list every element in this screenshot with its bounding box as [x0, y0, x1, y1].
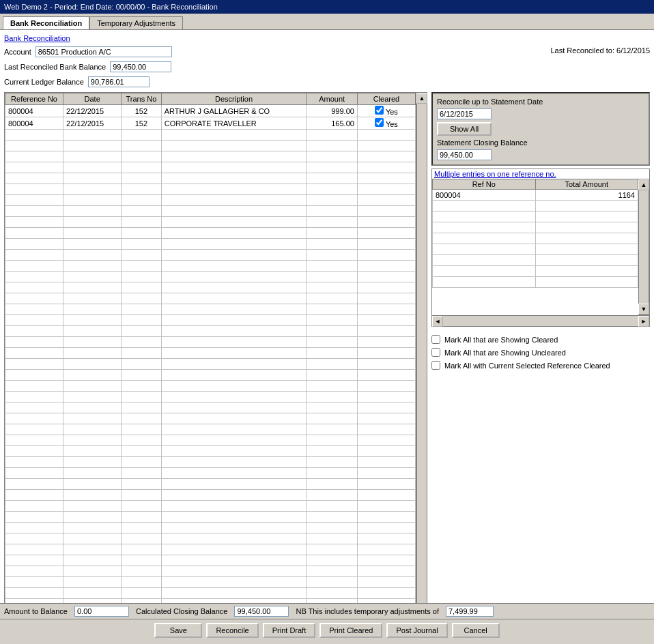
main-grid: Reference No Date Trans No Description A… [5, 93, 416, 621]
table-row-empty [5, 337, 416, 348]
grid-scrollbar[interactable]: ▲ ▼ [416, 92, 427, 621]
post-journal-button[interactable]: Post Journal [386, 623, 447, 638]
account-input[interactable] [35, 46, 172, 57]
checkbox-row-2: Mark All that are Showing Uncleared [431, 348, 650, 357]
table-row-empty [5, 272, 416, 282]
current-ledger-input[interactable] [88, 76, 150, 87]
top-left-info: Account Last Reconciled Bank Balance Cur… [4, 46, 172, 89]
multi-ref-title: Multiple entries on one reference no. [432, 169, 649, 179]
table-row-empty [5, 446, 416, 457]
amount-to-balance-label: Amount to Balance [4, 607, 68, 615]
mark-all-ref-cleared-label: Mark All with Current Selected Reference… [444, 362, 610, 370]
list-item-empty [433, 244, 638, 255]
top-info: Account Last Reconciled Bank Balance Cur… [4, 46, 650, 89]
table-row-empty [5, 228, 416, 239]
cell-cleared: Yes [357, 117, 415, 130]
table-row-empty [5, 151, 416, 162]
ref-cell-refno: 800004 [433, 190, 536, 201]
table-row-empty [5, 523, 416, 533]
breadcrumb[interactable]: Bank Reconciliation [4, 34, 650, 42]
last-reconciled-to-label: Last Reconciled to: [550, 46, 614, 55]
amount-to-balance-input [74, 606, 129, 617]
table-row-empty [5, 468, 416, 479]
col-description: Description [161, 93, 307, 105]
grid-scroll: Reference No Date Trans No Description A… [4, 92, 416, 621]
cell-date: 22/12/2015 [63, 117, 122, 130]
list-item: 800004 1164 [433, 190, 638, 201]
list-item-empty [433, 233, 638, 244]
col-trans-no: Trans No [122, 93, 162, 105]
table-row-empty [5, 206, 416, 217]
ref-scroll-left[interactable]: ◄ [432, 316, 443, 327]
col-cleared: Cleared [357, 93, 415, 105]
table-row-empty [5, 512, 416, 523]
closing-balance-input[interactable] [437, 149, 492, 160]
last-reconciled-row: Last Reconciled Bank Balance [4, 61, 172, 72]
right-panel: Reconcile up to Statement Date Show All … [431, 92, 650, 570]
save-button[interactable]: Save [154, 623, 202, 638]
button-row: Save Reconcile Print Draft Print Cleared… [0, 619, 654, 641]
last-reconciled-to-value: 6/12/2015 [616, 46, 650, 55]
cleared-label: Yes [386, 120, 398, 128]
table-row-empty [5, 195, 416, 206]
ref-scroll-down[interactable]: ▼ [638, 304, 649, 314]
cancel-button[interactable]: Cancel [452, 623, 500, 638]
nb-label: NB This includes temporary adjustments o… [296, 607, 439, 615]
table-row-empty [5, 577, 416, 588]
tab-temporary-adjustments[interactable]: Temporary Adjustments [89, 16, 183, 29]
table-row-empty [5, 402, 416, 413]
table-row-empty [5, 413, 416, 424]
table-row-empty [5, 162, 416, 173]
cell-amount: 999.00 [307, 105, 357, 117]
account-row: Account [4, 46, 172, 57]
col-amount: Amount [307, 93, 357, 105]
mark-all-uncleared-checkbox[interactable] [431, 348, 440, 357]
mark-all-cleared-checkbox[interactable] [431, 335, 440, 344]
reconcile-box: Reconcile up to Statement Date Show All … [431, 92, 650, 166]
current-ledger-row: Current Ledger Balance [4, 76, 172, 87]
scroll-up[interactable]: ▲ [416, 93, 427, 104]
table-row-empty [5, 293, 416, 304]
ref-table-wrapper: Ref No Total Amount 800004 1164 ▲ [432, 179, 649, 315]
reconcile-button[interactable]: Reconcile [206, 623, 258, 638]
tab-bar: Bank Reconciliation Temporary Adjustment… [0, 14, 654, 30]
top-right-info: Last Reconciled to: 6/12/2015 [550, 46, 650, 55]
nb-value-input [446, 606, 494, 617]
account-label: Account [4, 48, 31, 56]
table-row-empty [5, 424, 416, 435]
table-row-empty [5, 381, 416, 392]
multi-ref-container: Multiple entries on one reference no. Re… [431, 169, 650, 327]
table-row-empty [5, 141, 416, 151]
reconcile-title: Reconcile up to Statement Date [437, 98, 543, 106]
main-content: Bank Reconciliation Account Last Reconci… [0, 30, 654, 641]
print-cleared-button[interactable]: Print Cleared [319, 623, 382, 638]
ref-scroll-up[interactable]: ▲ [638, 179, 649, 190]
cell-amount: 165.00 [307, 117, 357, 130]
table-row-empty [5, 239, 416, 250]
checkbox-row-3: Mark All with Current Selected Reference… [431, 361, 650, 370]
ref-scrollbar[interactable]: ▲ ▼ [638, 179, 649, 315]
ref-col-refno: Ref No [433, 179, 536, 190]
show-all-button[interactable]: Show All [437, 122, 492, 136]
table-row-empty [5, 457, 416, 468]
cell-refno: 800004 [5, 105, 63, 117]
current-ledger-label: Current Ledger Balance [4, 78, 84, 86]
checkbox-group: Mark All that are Showing Cleared Mark A… [431, 330, 650, 375]
checkbox-row-1: Mark All that are Showing Cleared [431, 335, 650, 344]
reconcile-date-input[interactable] [437, 108, 492, 119]
table-row-empty [5, 435, 416, 446]
table-row-empty [5, 370, 416, 381]
cell-transno: 152 [122, 105, 162, 117]
status-row: Amount to Balance Calculated Closing Bal… [0, 604, 654, 619]
last-reconciled-input[interactable] [110, 61, 171, 72]
calculated-closing-label: Calculated Closing Balance [136, 607, 228, 615]
cleared-checkbox[interactable] [375, 106, 384, 115]
print-draft-button[interactable]: Print Draft [263, 623, 316, 638]
ref-hscrollbar[interactable]: ◄ ► [432, 315, 649, 326]
list-item-empty [433, 255, 638, 266]
tab-bank-reconciliation[interactable]: Bank Reconciliation [3, 16, 89, 29]
table-row-empty [5, 566, 416, 577]
mark-all-ref-cleared-checkbox[interactable] [431, 361, 440, 370]
cleared-checkbox[interactable] [375, 118, 384, 127]
ref-scroll-right[interactable]: ► [638, 316, 649, 327]
